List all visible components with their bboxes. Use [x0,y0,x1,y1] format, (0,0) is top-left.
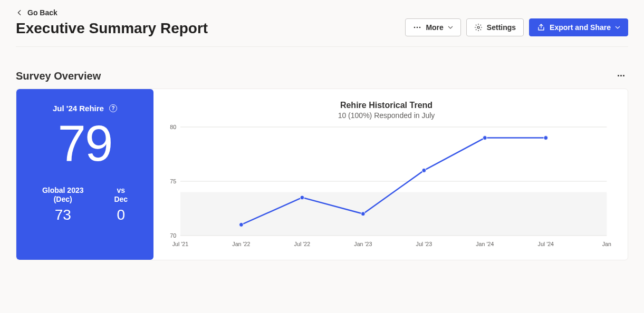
chevron-down-icon [615,25,620,30]
svg-text:Jan: Jan [602,241,611,247]
svg-text:Jul '23: Jul '23 [416,241,432,247]
svg-text:Jan '24: Jan '24 [476,241,494,247]
section-menu-button[interactable]: ··· [614,71,628,82]
chart-subtitle: 10 (100%) Responded in July [161,111,612,120]
svg-text:80: 80 [170,124,176,130]
chart-title: Rehire Historical Trend [161,101,612,110]
svg-rect-4 [180,192,607,236]
section-header: Survey Overview ··· [16,70,628,82]
svg-point-22 [422,168,426,172]
settings-button[interactable]: Settings [466,18,524,36]
header-actions: More Settings Export and Share [405,18,628,36]
score-value: 79 [58,117,112,170]
trend-line-chart: 707580Jul '21Jan '22Jul '22Jan '23Jul '2… [161,124,612,250]
score-label: Jul '24 Rehire [53,104,104,113]
svg-text:Jul '22: Jul '22 [294,241,311,247]
go-back-link[interactable]: Go Back [16,8,57,17]
svg-text:70: 70 [170,232,176,239]
arrow-left-icon [16,9,23,16]
more-icon [413,23,421,32]
share-icon [537,23,545,32]
svg-text:Jan '23: Jan '23 [354,241,372,247]
svg-point-24 [544,136,548,140]
overview-card: Jul '24 Rehire ? 79 Global 2023 (Dec) 73… [16,89,628,260]
svg-text:Jul '21: Jul '21 [172,241,189,247]
svg-point-3 [477,26,479,28]
svg-point-20 [300,195,304,200]
score-label-row: Jul '24 Rehire ? [53,104,117,113]
export-label: Export and Share [550,23,611,32]
svg-point-19 [239,222,244,227]
svg-point-2 [419,27,421,28]
compare-global-value: 73 [55,207,71,223]
help-icon[interactable]: ? [109,104,117,112]
svg-point-1 [417,27,418,28]
go-back-label: Go Back [27,8,57,17]
page-header: Executive Summary Report More Settings E… [16,18,628,47]
svg-point-0 [414,27,416,28]
compare-vs-value: 0 [117,207,125,223]
compare-vs: vs Dec 0 [114,186,128,224]
compare-vs-label: vs Dec [114,186,128,204]
more-button[interactable]: More [405,18,460,36]
compare-global-label: Global 2023 (Dec) [42,186,84,204]
svg-text:Jan '22: Jan '22 [232,241,250,247]
chevron-down-icon [448,25,453,30]
score-card: Jul '24 Rehire ? 79 Global 2023 (Dec) 73… [16,89,153,260]
svg-text:Jul '24: Jul '24 [538,241,554,247]
svg-point-21 [361,212,365,216]
chart-area: 707580Jul '21Jan '22Jul '22Jan '23Jul '2… [161,124,612,250]
export-button[interactable]: Export and Share [529,18,628,36]
compare-global: Global 2023 (Dec) 73 [42,186,84,224]
score-compare: Global 2023 (Dec) 73 vs Dec 0 [27,186,143,224]
gear-icon [474,23,483,32]
svg-point-23 [483,136,487,140]
settings-label: Settings [487,23,516,32]
svg-text:75: 75 [170,178,176,184]
more-label: More [426,23,443,32]
chart-panel: Rehire Historical Trend 10 (100%) Respon… [153,89,628,260]
page-title: Executive Summary Report [16,20,208,37]
section-title: Survey Overview [16,70,101,82]
